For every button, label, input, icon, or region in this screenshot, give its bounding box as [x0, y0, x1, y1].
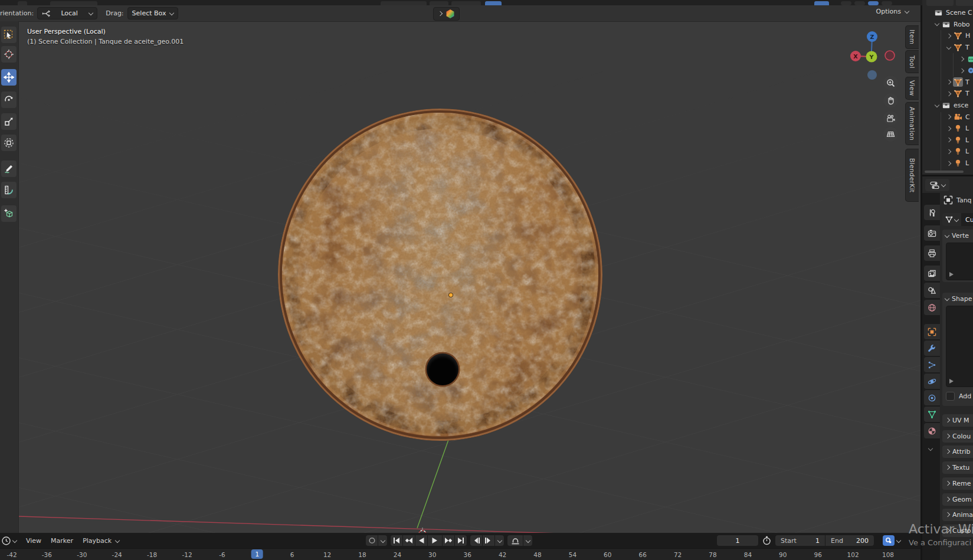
- chevron-down-icon[interactable]: [945, 47, 953, 49]
- properties-scene-tab[interactable]: [924, 283, 940, 298]
- list-expand-icon[interactable]: [949, 379, 954, 384]
- properties-world-tab[interactable]: [924, 300, 940, 315]
- chevron-right-icon[interactable]: [945, 138, 953, 142]
- chevron-right-icon[interactable]: [945, 162, 953, 165]
- panel-header-attrib[interactable]: Attrib: [942, 446, 973, 458]
- chevron-right-icon[interactable]: [945, 92, 953, 96]
- timeline-menu-playback[interactable]: Playback: [80, 537, 122, 545]
- sidebar-tab-tool[interactable]: Tool: [905, 50, 919, 73]
- outliner-scrollbar[interactable]: [925, 171, 964, 173]
- navigation-gizmo[interactable]: Z X Y: [847, 27, 898, 83]
- camera-view-button[interactable]: [883, 111, 898, 126]
- panel-header-geom[interactable]: Geom: [942, 493, 973, 506]
- timeline-menu-view[interactable]: View: [24, 537, 44, 545]
- outliner-object-row[interactable]: L: [922, 146, 973, 158]
- properties-object-data-tab[interactable]: [924, 407, 940, 422]
- sidebar-tab-blenderkit[interactable]: BlenderKit: [905, 149, 919, 202]
- chevron-right-icon[interactable]: [945, 80, 953, 84]
- shading-wire-stub[interactable]: [841, 1, 851, 5]
- add-cube-tool-button[interactable]: [1, 205, 17, 222]
- play-reverse-button[interactable]: [415, 535, 427, 546]
- mesh-data-browse-button[interactable]: [942, 213, 961, 226]
- shape-keys-list[interactable]: [946, 306, 973, 387]
- preview-range-dropdown[interactable]: [523, 535, 532, 546]
- cursor-tool-button[interactable]: [1, 46, 17, 63]
- properties-tool-tab[interactable]: [924, 205, 940, 220]
- outliner-object-row[interactable]: T: [922, 88, 973, 100]
- shading-solid-stub[interactable]: [854, 1, 865, 5]
- frame-jump-dropdown[interactable]: [495, 535, 504, 546]
- shape-keys-header[interactable]: Shape: [942, 293, 973, 304]
- drag-mode-dropdown[interactable]: Select Box: [127, 7, 179, 19]
- next-keyframe-button[interactable]: [443, 535, 454, 546]
- mesh-name-field[interactable]: Cu: [961, 213, 973, 226]
- zoom-view-button[interactable]: [883, 76, 898, 90]
- blenderkit-assetbar-toggle[interactable]: [433, 7, 460, 21]
- properties-output-tab[interactable]: [924, 245, 940, 261]
- sidebar-tab-view[interactable]: View: [905, 77, 919, 100]
- move-tool-button[interactable]: [1, 69, 17, 86]
- chevron-right-icon[interactable]: [958, 57, 966, 61]
- outliner-collection-row[interactable]: Robo: [922, 19, 973, 31]
- panel-header-reme[interactable]: Reme: [942, 477, 973, 490]
- snap-toggle-stub[interactable]: [485, 1, 502, 5]
- properties-particles-tab[interactable]: [924, 357, 940, 372]
- outliner-search-stub[interactable]: [956, 0, 973, 6]
- proportional-stub[interactable]: [451, 1, 481, 5]
- outliner-object-row[interactable]: C: [922, 111, 973, 123]
- measure-tool-button[interactable]: [1, 182, 17, 198]
- chevron-right-icon[interactable]: [958, 69, 966, 73]
- chevron-down-icon[interactable]: [933, 104, 941, 107]
- properties-material-tab[interactable]: [924, 423, 940, 438]
- jump-to-start-button[interactable]: [391, 535, 402, 546]
- auto-keyframe-button[interactable]: [366, 535, 378, 546]
- panel-header-colou[interactable]: Colou: [942, 430, 973, 443]
- breadcrumb-object-name[interactable]: Tanq: [956, 197, 972, 204]
- rotate-tool-button[interactable]: [1, 91, 17, 108]
- pan-view-button[interactable]: [883, 93, 898, 108]
- outliner-object-row[interactable]: [922, 53, 973, 65]
- keying-set-dropdown[interactable]: [378, 535, 387, 546]
- keying-toggle-button[interactable]: [883, 535, 895, 546]
- panel-header-custo[interactable]: Custo: [942, 525, 973, 537]
- panel-header-textu[interactable]: Textu: [942, 461, 973, 474]
- chevron-right-icon[interactable]: [945, 115, 953, 119]
- chevron-down-icon[interactable]: [933, 23, 941, 25]
- panel-header-anima[interactable]: Anima: [942, 509, 973, 521]
- sidebar-tab-animation[interactable]: Animation: [905, 102, 919, 145]
- properties-view-layer-tab[interactable]: [924, 266, 940, 281]
- options-dropdown[interactable]: Options: [876, 8, 909, 15]
- mode-dropdown-stub[interactable]: [50, 1, 97, 5]
- panel-header-uv-m[interactable]: UV M: [942, 414, 973, 427]
- shading-rendered-stub[interactable]: [882, 1, 892, 5]
- jump-to-end-button[interactable]: [455, 535, 467, 546]
- outliner-object-row[interactable]: L: [922, 158, 973, 169]
- transform-orientation-dropdown[interactable]: Local: [37, 7, 97, 19]
- outliner-collection-row[interactable]: esce: [922, 100, 973, 112]
- properties-modifiers-tab[interactable]: [924, 340, 940, 356]
- outliner-object-row[interactable]: [922, 65, 973, 77]
- current-frame-indicator[interactable]: 1: [251, 549, 263, 559]
- add-checkbox[interactable]: [946, 392, 955, 401]
- play-button[interactable]: [428, 535, 442, 546]
- transform-pivot-stub[interactable]: [381, 1, 427, 5]
- chevron-right-icon[interactable]: [945, 34, 953, 38]
- gizmo-negative-x-axis[interactable]: [885, 51, 895, 60]
- sidebar-tab-item[interactable]: Item: [905, 25, 919, 49]
- shading-material-stub[interactable]: [868, 1, 879, 5]
- overlay-toggle-stub[interactable]: [814, 1, 829, 5]
- outliner-object-row[interactable]: T: [922, 42, 973, 54]
- vertex-groups-list[interactable]: [946, 243, 973, 280]
- outliner-collection-row[interactable]: Scene C: [922, 7, 973, 19]
- 3d-viewport[interactable]: rientation: Local Drag: Select Box: [0, 5, 920, 533]
- properties-physics-tab[interactable]: [924, 374, 940, 389]
- timeline-ruler[interactable]: -42-36-30-24-18-12-616121824303642485460…: [0, 548, 920, 560]
- timeline-menu-marker[interactable]: Marker: [48, 537, 76, 545]
- frame-forward-button[interactable]: [483, 535, 494, 546]
- use-preview-range-button[interactable]: [507, 535, 523, 546]
- vertex-groups-header[interactable]: Verte: [942, 230, 973, 241]
- end-frame-field[interactable]: End 200: [825, 535, 874, 546]
- timeline-editor-type-dropdown[interactable]: [1, 536, 17, 546]
- previous-keyframe-button[interactable]: [403, 535, 415, 546]
- outliner-object-row[interactable]: L: [922, 123, 973, 135]
